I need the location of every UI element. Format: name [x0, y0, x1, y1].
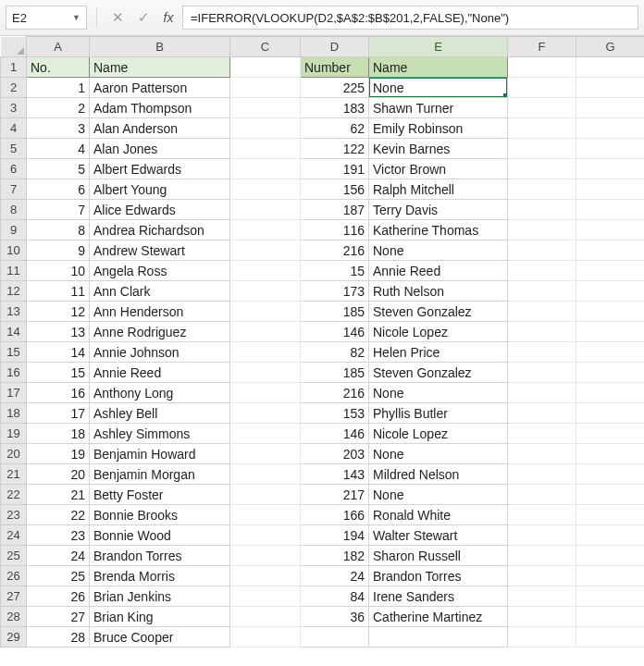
row-header[interactable]: 1 [1, 57, 27, 78]
cell-D17[interactable]: 216 [301, 383, 369, 403]
cell-D21[interactable]: 143 [301, 464, 369, 485]
cell-B23[interactable]: Bonnie Brooks [90, 505, 230, 525]
cell-F12[interactable] [508, 281, 576, 302]
cell-G7[interactable] [576, 179, 645, 200]
cell-C20[interactable] [230, 444, 301, 464]
cell-B26[interactable]: Brenda Morris [90, 566, 230, 586]
confirm-icon[interactable]: ✓ [132, 6, 155, 29]
cell-F28[interactable] [508, 607, 576, 627]
cell-G20[interactable] [576, 444, 645, 464]
cell-E4[interactable]: Emily Robinson [369, 118, 508, 139]
cell-A5[interactable]: 4 [27, 139, 90, 159]
cell-B9[interactable]: Andrea Richardson [90, 220, 230, 240]
cell-A17[interactable]: 16 [27, 383, 90, 403]
cell-D20[interactable]: 203 [301, 444, 369, 464]
cell-F20[interactable] [508, 444, 576, 464]
column-header-F[interactable]: F [508, 37, 576, 57]
column-header-A[interactable]: A [27, 37, 90, 57]
cell-D2[interactable]: 225 [301, 78, 369, 98]
cell-D15[interactable]: 82 [301, 342, 369, 363]
cell-F3[interactable] [508, 98, 576, 118]
cell-C5[interactable] [230, 139, 301, 159]
row-header[interactable]: 27 [1, 586, 27, 607]
cell-B5[interactable]: Alan Jones [90, 139, 230, 159]
cell-A27[interactable]: 26 [27, 586, 90, 607]
cell-G25[interactable] [576, 546, 645, 566]
cell-A3[interactable]: 2 [27, 98, 90, 118]
cell-E9[interactable]: Katherine Thomas [369, 220, 508, 240]
cancel-icon[interactable]: ✕ [106, 6, 129, 29]
cell-D11[interactable]: 15 [301, 261, 369, 281]
cell-G11[interactable] [576, 261, 645, 281]
cell-E29[interactable] [369, 627, 508, 648]
cell-A9[interactable]: 8 [27, 220, 90, 240]
cell-F29[interactable] [508, 627, 576, 648]
cell-D7[interactable]: 156 [301, 179, 369, 200]
cell-B12[interactable]: Ann Clark [90, 281, 230, 302]
cell-E24[interactable]: Walter Stewart [369, 525, 508, 546]
cell-F25[interactable] [508, 546, 576, 566]
cell-B8[interactable]: Alice Edwards [90, 200, 230, 220]
fx-icon[interactable]: fx [158, 10, 179, 25]
cell-B22[interactable]: Betty Foster [90, 485, 230, 505]
cell-D16[interactable]: 185 [301, 363, 369, 383]
cell-D26[interactable]: 24 [301, 566, 369, 586]
column-header-B[interactable]: B [90, 37, 230, 57]
cell-B18[interactable]: Ashley Bell [90, 403, 230, 424]
cell-A11[interactable]: 10 [27, 261, 90, 281]
cell-G23[interactable] [576, 505, 645, 525]
cell-B17[interactable]: Anthony Long [90, 383, 230, 403]
chevron-down-icon[interactable]: ▼ [72, 13, 80, 22]
cell-D8[interactable]: 187 [301, 200, 369, 220]
cell-B24[interactable]: Bonnie Wood [90, 525, 230, 546]
name-box[interactable]: E2 ▼ [6, 6, 87, 30]
cell-C27[interactable] [230, 586, 301, 607]
cell-B4[interactable]: Alan Anderson [90, 118, 230, 139]
cell-C2[interactable] [230, 78, 301, 98]
row-header[interactable]: 16 [1, 363, 27, 383]
column-header-G[interactable]: G [576, 37, 645, 57]
row-header[interactable]: 5 [1, 139, 27, 159]
cell-C1[interactable] [230, 57, 301, 78]
row-header[interactable]: 15 [1, 342, 27, 363]
row-header[interactable]: 23 [1, 505, 27, 525]
row-header[interactable]: 20 [1, 444, 27, 464]
cell-B14[interactable]: Anne Rodriguez [90, 322, 230, 342]
cell-D25[interactable]: 182 [301, 546, 369, 566]
cell-C7[interactable] [230, 179, 301, 200]
row-header[interactable]: 29 [1, 627, 27, 648]
row-header[interactable]: 28 [1, 607, 27, 627]
row-header[interactable]: 6 [1, 159, 27, 179]
cell-A24[interactable]: 23 [27, 525, 90, 546]
row-header[interactable]: 10 [1, 240, 27, 261]
cell-G16[interactable] [576, 363, 645, 383]
cell-C13[interactable] [230, 302, 301, 322]
row-header[interactable]: 14 [1, 322, 27, 342]
cell-D27[interactable]: 84 [301, 586, 369, 607]
cell-B7[interactable]: Albert Young [90, 179, 230, 200]
cell-C22[interactable] [230, 485, 301, 505]
cell-G19[interactable] [576, 424, 645, 444]
cell-D5[interactable]: 122 [301, 139, 369, 159]
row-header[interactable]: 4 [1, 118, 27, 139]
cell-D19[interactable]: 146 [301, 424, 369, 444]
cell-F13[interactable] [508, 302, 576, 322]
cell-F27[interactable] [508, 586, 576, 607]
cell-F14[interactable] [508, 322, 576, 342]
cell-D3[interactable]: 183 [301, 98, 369, 118]
cell-A4[interactable]: 3 [27, 118, 90, 139]
cell-E16[interactable]: Steven Gonzalez [369, 363, 508, 383]
cell-B29[interactable]: Bruce Cooper [90, 627, 230, 648]
cell-D28[interactable]: 36 [301, 607, 369, 627]
cell-B16[interactable]: Annie Reed [90, 363, 230, 383]
cell-F15[interactable] [508, 342, 576, 363]
cell-A6[interactable]: 5 [27, 159, 90, 179]
cell-C16[interactable] [230, 363, 301, 383]
cell-A18[interactable]: 17 [27, 403, 90, 424]
cell-E27[interactable]: Irene Sanders [369, 586, 508, 607]
cell-E14[interactable]: Nicole Lopez [369, 322, 508, 342]
cell-E5[interactable]: Kevin Barnes [369, 139, 508, 159]
cell-F21[interactable] [508, 464, 576, 485]
cell-D24[interactable]: 194 [301, 525, 369, 546]
cell-F6[interactable] [508, 159, 576, 179]
